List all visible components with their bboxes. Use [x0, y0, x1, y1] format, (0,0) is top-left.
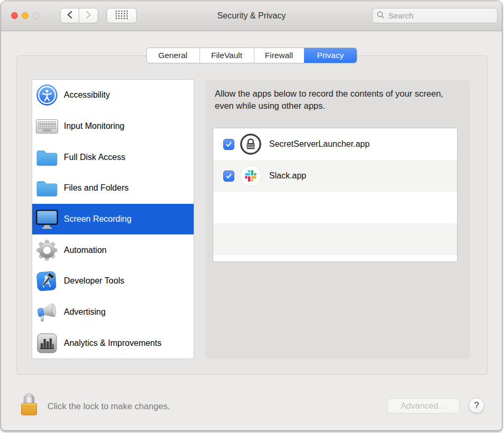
- grid-icon: [116, 11, 128, 21]
- window-title: Security & Privacy: [149, 11, 354, 21]
- slack-icon: [240, 165, 262, 187]
- sidebar-item-full-disk-access[interactable]: Full Disk Access: [32, 142, 194, 173]
- app-name: SecretServerLauncher.app: [269, 139, 369, 149]
- lock-circle-icon: [240, 133, 262, 155]
- megaphone-icon: [35, 300, 59, 324]
- checkmark-icon: [225, 141, 232, 148]
- lock-hint-text: Click the lock to make changes.: [47, 401, 170, 411]
- keyboard-icon: [35, 115, 59, 138]
- app-checkbox[interactable]: [223, 139, 234, 150]
- app-row-secretserverlauncher[interactable]: SecretServerLauncher.app: [213, 128, 457, 160]
- sidebar-item-developer-tools[interactable]: Developer Tools: [32, 266, 194, 297]
- close-button[interactable]: [11, 12, 18, 19]
- chevron-left-icon: [66, 11, 73, 21]
- advanced-button[interactable]: Advanced…: [387, 398, 460, 413]
- tab-filevault[interactable]: FileVault: [199, 48, 254, 63]
- back-button[interactable]: [60, 8, 79, 23]
- sidebar-item-automation[interactable]: Automation: [32, 234, 194, 266]
- sidebar-item-files-and-folders[interactable]: Files and Folders: [32, 173, 194, 204]
- forward-button[interactable]: [79, 8, 98, 23]
- sidebar-item-label: Files and Folders: [64, 183, 129, 193]
- folder-icon: [35, 146, 59, 169]
- zoom-button-disabled: [32, 12, 39, 19]
- sidebar-item-label: Input Monitoring: [64, 121, 125, 131]
- accessibility-icon: [35, 83, 59, 107]
- pane-description: Allow the apps below to record the conte…: [215, 88, 453, 112]
- tab-privacy[interactable]: Privacy: [304, 48, 357, 63]
- search-field[interactable]: [372, 8, 498, 23]
- show-all-button[interactable]: [107, 8, 137, 23]
- sidebar-item-label: Analytics & Improvements: [64, 338, 161, 348]
- sidebar-item-screen-recording[interactable]: Screen Recording: [32, 204, 194, 235]
- lock-button[interactable]: [20, 391, 39, 417]
- tab-bar: General FileVault Firewall Privacy: [146, 48, 357, 63]
- sidebar-item-analytics[interactable]: Analytics & Improvements: [32, 327, 194, 359]
- tab-firewall[interactable]: Firewall: [254, 48, 304, 63]
- app-checkbox[interactable]: [223, 171, 234, 182]
- minimize-button[interactable]: [22, 12, 28, 19]
- display-icon: [35, 208, 59, 231]
- sidebar-item-label: Screen Recording: [64, 214, 131, 224]
- lock-icon: [20, 391, 39, 417]
- gear-icon: [35, 239, 59, 262]
- privacy-category-list: Accessibility Input Monitoring Full Disk…: [32, 79, 194, 359]
- sidebar-item-label: Advertising: [64, 307, 106, 317]
- sidebar-item-input-monitoring[interactable]: Input Monitoring: [32, 111, 194, 142]
- folder-icon: [35, 176, 59, 200]
- sidebar-item-accessibility[interactable]: Accessibility: [32, 80, 194, 111]
- search-icon: [377, 11, 384, 21]
- bar-chart-icon: [35, 332, 59, 355]
- tab-general[interactable]: General: [147, 48, 199, 63]
- app-name: Slack.app: [269, 171, 306, 181]
- search-input[interactable]: [387, 11, 493, 21]
- help-button[interactable]: ?: [469, 398, 484, 413]
- chevron-right-icon: [85, 11, 92, 21]
- app-permission-list: SecretServerLauncher.app: [213, 128, 458, 262]
- sidebar-item-label: Developer Tools: [64, 276, 124, 286]
- sidebar-item-label: Accessibility: [64, 90, 110, 100]
- sidebar-item-label: Full Disk Access: [64, 153, 125, 162]
- sidebar-item-label: Automation: [64, 246, 107, 255]
- nav-buttons: [60, 8, 98, 23]
- checkmark-icon: [225, 173, 232, 180]
- security-privacy-window: Security & Privacy General FileVault Fir…: [1, 1, 502, 431]
- app-row-slack[interactable]: Slack.app: [213, 160, 457, 192]
- privacy-panel: Accessibility Input Monitoring Full Disk…: [16, 55, 488, 375]
- titlebar: Security & Privacy: [1, 1, 502, 31]
- xcode-hammer-icon: [35, 269, 59, 293]
- sidebar-item-advertising[interactable]: Advertising: [32, 297, 194, 328]
